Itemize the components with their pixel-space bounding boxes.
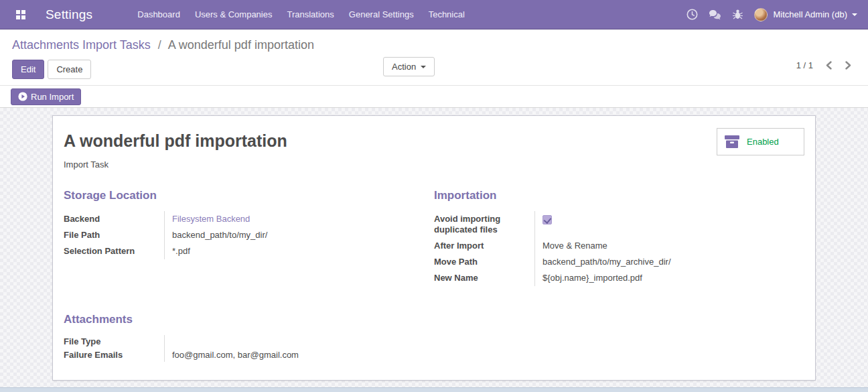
field-value-selection-pattern: *.pdf <box>164 243 421 259</box>
apps-menu-icon[interactable] <box>11 5 31 25</box>
form-view-background: Enabled A wonderful pdf importation Impo… <box>0 108 868 392</box>
group-title-storage-location: Storage Location <box>64 189 421 202</box>
field-value-move-path: backend_path/to/my_archive_dir/ <box>534 254 804 270</box>
field-label-move-path: Move Path <box>434 254 534 270</box>
field-avoid-duplicates: Avoid importing duplicated files <box>434 211 804 238</box>
field-value-new-name: ${obj.name}_imported.pdf <box>534 270 804 286</box>
breadcrumb-current: A wonderful pdf importation <box>168 38 314 52</box>
avatar <box>754 8 768 21</box>
field-label-selection-pattern: Selection Pattern <box>64 243 164 259</box>
field-label-backend: Backend <box>64 211 164 227</box>
pager: 1 / 1 <box>796 60 852 70</box>
field-label-file-type: File Type <box>64 335 164 348</box>
chevron-left-icon[interactable] <box>825 61 833 70</box>
form-sheet: Enabled A wonderful pdf importation Impo… <box>52 115 816 381</box>
field-file-type: File Type <box>64 335 421 348</box>
group-importation: Importation Avoid importing duplicated f… <box>434 189 804 286</box>
messages-icon[interactable] <box>703 0 726 29</box>
record-title: A wonderful pdf importation <box>64 131 804 151</box>
field-value-backend[interactable]: Filesystem Backend <box>164 211 421 227</box>
field-groups: Storage Location Backend Filesystem Back… <box>64 189 804 362</box>
record-subtitle: Import Task <box>64 159 804 170</box>
field-value-file-path: backend_path/to/my_dir/ <box>164 227 421 243</box>
field-move-path: Move Path backend_path/to/my_archive_dir… <box>434 254 804 270</box>
field-failure-emails: Failure Emails foo@gmail.com, bar@gmail.… <box>64 348 421 362</box>
field-value-file-type <box>164 335 421 348</box>
field-label-failure-emails: Failure Emails <box>64 348 164 362</box>
field-value-avoid-duplicates <box>534 211 804 238</box>
run-import-label: Run Import <box>31 92 74 102</box>
user-name: Mitchell Admin (db) <box>773 9 847 19</box>
breadcrumb-parent[interactable]: Attachments Import Tasks <box>12 38 151 52</box>
enabled-stat-button[interactable]: Enabled <box>717 128 804 155</box>
action-dropdown-button[interactable]: Action <box>383 57 435 76</box>
action-label: Action <box>392 61 416 72</box>
chevron-right-icon[interactable] <box>845 61 852 70</box>
run-import-button[interactable]: Run Import <box>11 88 81 105</box>
chevron-down-icon <box>852 13 857 16</box>
group-storage-location: Storage Location Backend Filesystem Back… <box>64 189 421 286</box>
user-menu[interactable]: Mitchell Admin (db) <box>754 8 857 21</box>
horizontal-scrollbar[interactable] <box>0 387 868 392</box>
top-navbar: Settings Dashboard Users & Companies Tra… <box>0 0 868 29</box>
menu-item-technical[interactable]: Technical <box>421 0 472 29</box>
field-label-new-name: New Name <box>434 270 534 286</box>
app-title: Settings <box>46 7 92 22</box>
breadcrumb: Attachments Import Tasks / A wonderful p… <box>12 36 856 54</box>
bug-icon[interactable] <box>726 0 749 29</box>
field-label-avoid-duplicates: Avoid importing duplicated files <box>434 211 534 238</box>
field-new-name: New Name ${obj.name}_imported.pdf <box>434 270 804 286</box>
group-attachments: Attachments File Type Failure Emails foo… <box>64 313 421 362</box>
systray: Mitchell Admin (db) <box>680 0 857 29</box>
field-label-after-import: After Import <box>434 238 534 254</box>
form-statusbar: Run Import <box>0 86 868 108</box>
group-title-importation: Importation <box>434 189 804 202</box>
field-backend: Backend Filesystem Backend <box>64 211 421 227</box>
play-circle-icon <box>18 92 27 101</box>
chevron-down-icon <box>421 66 426 68</box>
field-file-path: File Path backend_path/to/my_dir/ <box>64 227 421 243</box>
menu-item-users-companies[interactable]: Users & Companies <box>188 0 280 29</box>
menu-item-translations[interactable]: Translations <box>279 0 341 29</box>
menu-item-general-settings[interactable]: General Settings <box>342 0 421 29</box>
field-after-import: After Import Move & Rename <box>434 238 804 254</box>
avoid-duplicates-checkbox[interactable] <box>542 215 552 224</box>
clock-icon[interactable] <box>680 0 703 29</box>
edit-button[interactable]: Edit <box>12 60 44 79</box>
control-panel: Attachments Import Tasks / A wonderful p… <box>0 29 868 86</box>
menu-item-dashboard[interactable]: Dashboard <box>130 0 188 29</box>
create-button[interactable]: Create <box>48 60 91 79</box>
field-label-file-path: File Path <box>64 227 164 243</box>
field-value-failure-emails: foo@gmail.com, bar@gmail.com <box>164 348 421 362</box>
group-title-attachments: Attachments <box>64 313 421 326</box>
breadcrumb-separator: / <box>158 38 161 52</box>
archive-box-icon <box>724 135 740 149</box>
field-value-after-import: Move & Rename <box>534 238 804 254</box>
pager-value: 1 / 1 <box>796 60 813 70</box>
enabled-label: Enabled <box>747 137 779 147</box>
top-menu: Dashboard Users & Companies Translations… <box>130 0 472 29</box>
field-selection-pattern: Selection Pattern *.pdf <box>64 243 421 259</box>
